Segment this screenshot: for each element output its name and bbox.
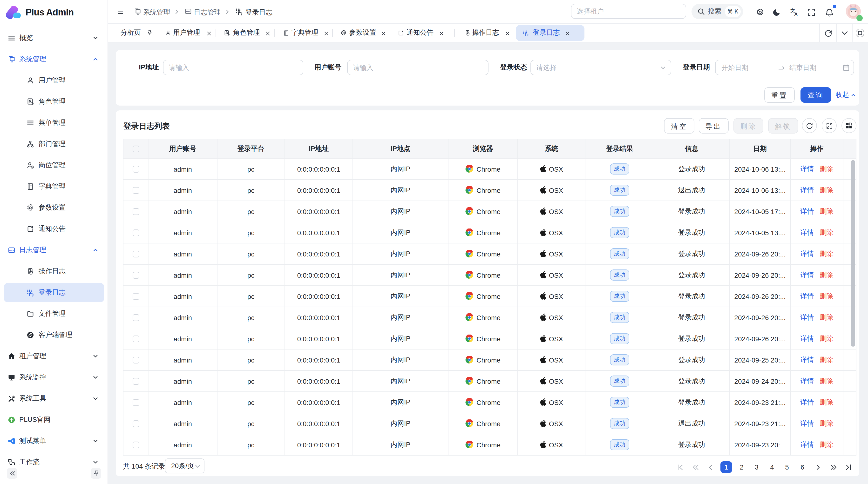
- svg-text:A: A: [794, 11, 798, 17]
